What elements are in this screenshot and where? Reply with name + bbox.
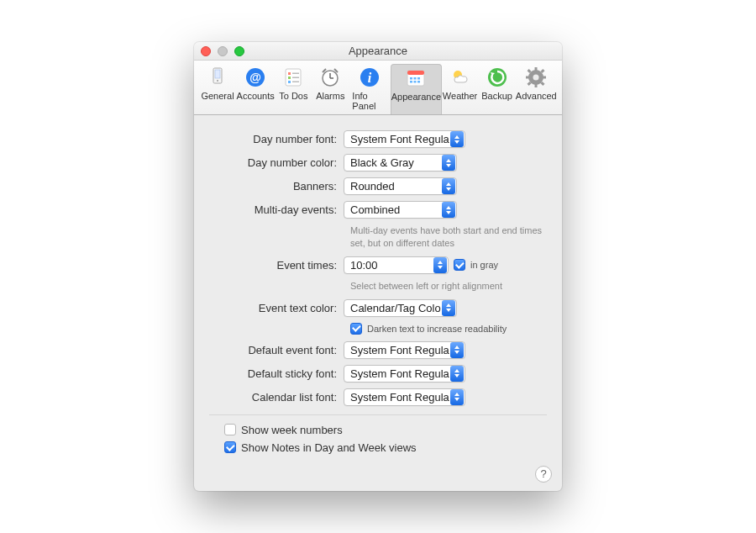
- in-gray-checkbox[interactable]: [454, 259, 465, 271]
- calendar-list-font-select[interactable]: System Font Regular 13: [344, 388, 465, 406]
- show-week-numbers-row[interactable]: Show week numbers: [224, 424, 547, 436]
- banners-select[interactable]: Rounded: [344, 177, 457, 195]
- weather-icon: [449, 66, 472, 89]
- chevron-updown-icon: [442, 300, 455, 316]
- chevron-updown-icon: [433, 257, 447, 273]
- tab-weather-label: Weather: [443, 91, 477, 101]
- svg-rect-31: [526, 77, 529, 79]
- multiday-hint: Multi-day events have both start and end…: [350, 224, 543, 250]
- alarms-icon: [318, 66, 342, 89]
- info-icon: i: [358, 66, 381, 89]
- svg-text:@: @: [249, 71, 261, 84]
- svg-rect-10: [288, 81, 291, 83]
- svg-rect-18: [407, 71, 424, 75]
- calendar-list-font-label: Calendar list font:: [209, 391, 344, 404]
- todos-icon: [281, 66, 305, 89]
- show-week-numbers-checkbox[interactable]: [224, 424, 236, 435]
- window-controls: [201, 46, 244, 56]
- svg-rect-7: [292, 73, 299, 75]
- in-gray-checkbox-row[interactable]: in gray: [454, 259, 498, 271]
- tab-infopanel[interactable]: i Info Panel: [349, 64, 391, 114]
- appearance-icon: [404, 66, 428, 90]
- darken-text-label: Darken text to increase readability: [367, 324, 507, 334]
- svg-rect-29: [535, 67, 538, 71]
- toolbar: General @ Accounts To Dos Alarms i Info …: [194, 61, 562, 115]
- svg-rect-11: [292, 82, 299, 83]
- accounts-icon: @: [244, 66, 267, 89]
- content-pane: Day number font: System Font Regular 16 …: [194, 115, 562, 491]
- close-button[interactable]: [201, 46, 211, 56]
- tab-accounts-label: Accounts: [237, 91, 275, 101]
- preferences-window: Appearance General @ Accounts To Dos Ala…: [194, 42, 562, 491]
- show-notes-row[interactable]: Show Notes in Day and Week views: [224, 441, 547, 454]
- default-event-font-label: Default event font:: [209, 344, 344, 356]
- zoom-button[interactable]: [234, 46, 244, 56]
- svg-rect-21: [417, 77, 420, 80]
- tab-weather[interactable]: Weather: [442, 64, 479, 114]
- tab-alarms[interactable]: Alarms: [312, 64, 349, 114]
- tab-backup-label: Backup: [481, 91, 512, 101]
- chevron-updown-icon: [450, 342, 464, 358]
- default-sticky-font-label: Default sticky font:: [209, 367, 344, 380]
- titlebar: Appearance: [194, 42, 562, 61]
- minimize-button[interactable]: [218, 46, 228, 56]
- svg-rect-30: [535, 84, 538, 87]
- chevron-updown-icon: [450, 389, 464, 405]
- window-title: Appearance: [349, 45, 407, 57]
- day-number-font-select[interactable]: System Font Regular 16: [344, 130, 465, 148]
- gear-icon: [524, 66, 548, 89]
- svg-rect-1: [215, 70, 220, 78]
- help-button[interactable]: ?: [535, 466, 552, 483]
- divider: [209, 414, 547, 415]
- multiday-select[interactable]: Combined: [344, 201, 457, 219]
- svg-rect-32: [543, 77, 546, 79]
- tab-advanced[interactable]: Advanced: [516, 64, 557, 114]
- svg-rect-19: [410, 77, 412, 80]
- svg-point-2: [217, 80, 218, 82]
- chevron-updown-icon: [450, 366, 464, 382]
- in-gray-label: in gray: [470, 260, 498, 270]
- tab-alarms-label: Alarms: [316, 91, 344, 101]
- banners-label: Banners:: [209, 180, 344, 193]
- tab-appearance-label: Appearance: [391, 92, 441, 102]
- chevron-updown-icon: [442, 202, 455, 218]
- tab-accounts[interactable]: @ Accounts: [236, 64, 275, 114]
- event-text-color-select[interactable]: Calendar/Tag Color: [344, 299, 457, 317]
- chevron-updown-icon: [442, 178, 455, 194]
- svg-rect-8: [288, 77, 291, 79]
- svg-rect-23: [414, 81, 417, 83]
- svg-rect-9: [292, 77, 299, 79]
- svg-text:i: i: [368, 71, 372, 85]
- event-times-label: Event times:: [209, 259, 344, 272]
- multiday-label: Multi-day events:: [209, 203, 344, 216]
- tab-infopanel-label: Info Panel: [352, 91, 387, 111]
- tab-general-label: General: [201, 91, 234, 101]
- general-icon: [206, 66, 229, 89]
- chevron-updown-icon: [442, 155, 455, 171]
- tab-backup[interactable]: Backup: [479, 64, 516, 114]
- backup-icon: [486, 66, 509, 89]
- svg-rect-22: [410, 81, 412, 83]
- event-text-color-label: Event text color:: [209, 302, 344, 314]
- chevron-updown-icon: [450, 131, 464, 147]
- darken-text-checkbox[interactable]: [350, 323, 362, 335]
- day-number-font-label: Day number font:: [209, 133, 344, 145]
- darken-text-row[interactable]: Darken text to increase readability: [350, 323, 547, 335]
- svg-rect-20: [414, 77, 417, 80]
- tab-todos-label: To Dos: [279, 91, 307, 101]
- svg-rect-6: [288, 72, 291, 75]
- day-number-color-select[interactable]: Black & Gray: [344, 154, 457, 172]
- tab-general[interactable]: General: [199, 64, 236, 114]
- show-notes-checkbox[interactable]: [224, 441, 236, 453]
- default-sticky-font-select[interactable]: System Font Regular 18: [344, 365, 465, 383]
- event-times-hint: Select between left or right alignment: [350, 280, 547, 293]
- day-number-color-label: Day number color:: [209, 156, 344, 169]
- svg-point-28: [533, 75, 539, 81]
- tab-todos[interactable]: To Dos: [275, 64, 312, 114]
- show-week-numbers-label: Show week numbers: [241, 424, 343, 436]
- tab-advanced-label: Advanced: [516, 91, 557, 101]
- default-event-font-select[interactable]: System Font Regular 12: [344, 341, 465, 359]
- tab-appearance[interactable]: Appearance: [391, 64, 441, 114]
- svg-rect-24: [417, 81, 420, 83]
- event-times-select[interactable]: 10:00: [344, 256, 449, 274]
